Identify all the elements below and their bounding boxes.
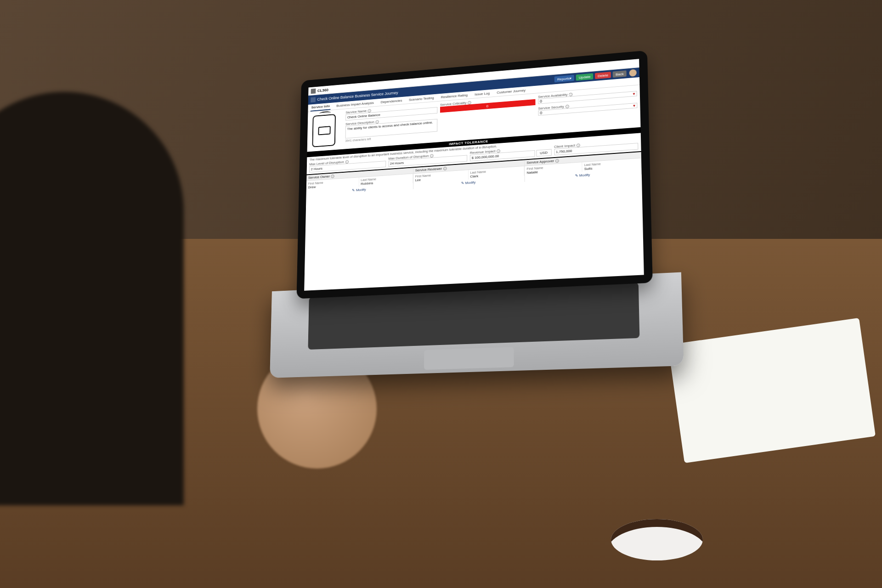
app-name: CL360: [317, 88, 328, 93]
info-icon[interactable]: i: [569, 92, 573, 96]
tab-issue-log[interactable]: Issue Log: [474, 90, 491, 98]
reports-button[interactable]: Reports ▾: [554, 75, 574, 83]
info-icon[interactable]: i: [565, 104, 569, 108]
info-icon[interactable]: i: [468, 101, 471, 104]
app-logo-icon: [311, 88, 316, 94]
info-icon[interactable]: i: [345, 160, 348, 164]
info-icon[interactable]: i: [430, 154, 434, 158]
revenue-currency[interactable]: USD: [536, 149, 551, 157]
service-illustration-icon: [312, 114, 335, 147]
info-icon[interactable]: i: [497, 149, 500, 153]
info-icon[interactable]: i: [375, 120, 379, 124]
back-button[interactable]: Back: [613, 70, 627, 78]
delete-button[interactable]: Delete: [595, 72, 611, 79]
chevron-down-icon: ▾: [633, 103, 635, 108]
update-button[interactable]: Update: [576, 73, 593, 80]
reviewer-modify-link[interactable]: Modify: [461, 181, 475, 186]
info-icon[interactable]: i: [443, 167, 447, 170]
user-avatar[interactable]: [629, 69, 637, 76]
info-icon[interactable]: i: [555, 159, 559, 163]
page-icon: [311, 97, 316, 102]
chevron-down-icon: ▾: [633, 91, 635, 96]
info-icon[interactable]: i: [577, 143, 580, 147]
info-icon[interactable]: i: [331, 174, 334, 178]
owner-modify-link[interactable]: Modify: [352, 187, 366, 192]
info-icon[interactable]: i: [368, 109, 371, 113]
approver-modify-link[interactable]: Modify: [575, 173, 590, 178]
